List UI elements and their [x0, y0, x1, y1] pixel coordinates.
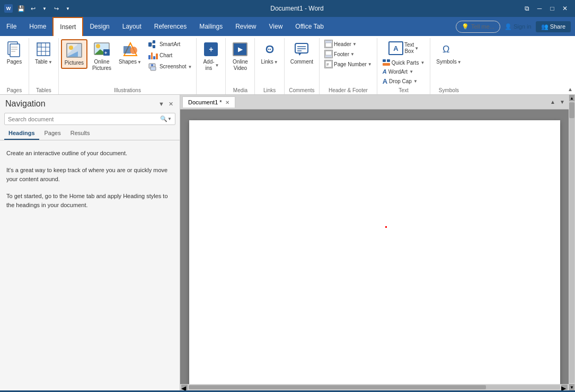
- search-icon: 🔍: [160, 115, 167, 122]
- shapes-label: Shapes: [119, 59, 137, 65]
- tab-results[interactable]: Results: [66, 127, 94, 140]
- menu-home[interactable]: Home: [23, 17, 52, 36]
- table-icon: [35, 41, 52, 58]
- menu-references[interactable]: References: [148, 17, 193, 36]
- text-group-label: Text: [381, 86, 427, 93]
- header-btn[interactable]: Header ▼: [323, 39, 374, 49]
- main-area: Navigation ▼ ✕ 🔍 ▼ Headings Pages Result…: [0, 95, 575, 390]
- screenshot-btn[interactable]: Screenshot ▼: [146, 61, 194, 72]
- dropcap-btn[interactable]: A Drop Cap ▼: [381, 76, 427, 86]
- doc-tab-close-btn[interactable]: ✕: [225, 100, 229, 105]
- title-bar-controls: ⧉ ─ □ ✕: [521, 3, 571, 14]
- menu-view[interactable]: View: [263, 17, 289, 36]
- page-number-btn[interactable]: # Page Number ▼: [323, 59, 374, 69]
- sign-in-btn[interactable]: 👤 Sign in: [505, 23, 532, 30]
- ribbon-group-addins: + Add-ins ▼: [197, 38, 226, 94]
- pages-btn[interactable]: Pages: [3, 39, 25, 67]
- customize-qa-btn[interactable]: ▼: [63, 3, 73, 14]
- menu-office-tab[interactable]: Office Tab: [289, 17, 330, 36]
- screenshot-dropdown-icon: ▼: [188, 65, 192, 69]
- symbols-group-label: Symbols: [434, 86, 464, 93]
- doc-scroll-down-btn[interactable]: ▼: [558, 98, 567, 106]
- maximize-btn[interactable]: □: [546, 3, 558, 14]
- v-scroll-thumb[interactable]: [569, 102, 574, 118]
- search-dropdown-icon: ▼: [167, 117, 172, 121]
- addins-btn[interactable]: + Add-ins ▼: [200, 39, 222, 73]
- menu-file[interactable]: File: [0, 17, 23, 36]
- undo-dropdown-btn[interactable]: ▼: [39, 3, 50, 14]
- horizontal-scrollbar[interactable]: ◀ ▶: [180, 384, 569, 390]
- search-input[interactable]: [5, 114, 157, 124]
- table-btn[interactable]: Table ▼: [32, 39, 55, 67]
- svg-rect-42: [387, 59, 390, 62]
- shapes-btn[interactable]: Shapes ▼: [116, 39, 144, 67]
- quick-parts-btn[interactable]: Quick Parts ▼: [381, 58, 427, 67]
- menu-layout[interactable]: Layout: [116, 17, 148, 36]
- doc-tab-nav: ▲ ▼: [549, 98, 569, 106]
- svg-rect-21: [153, 45, 155, 48]
- links-btn[interactable]: Links ▼: [258, 39, 280, 67]
- text-box-btn[interactable]: A TextBox ▼: [386, 39, 421, 57]
- redo-btn[interactable]: ↪: [51, 3, 61, 14]
- symbols-btn[interactable]: Ω Symbols ▼: [434, 39, 464, 67]
- doc-scroll-area[interactable]: [180, 110, 569, 384]
- svg-rect-41: [383, 59, 386, 62]
- screenshot-icon: [148, 63, 158, 71]
- ribbon-group-comments: Comment Comments: [285, 38, 320, 94]
- h-scroll-left-btn[interactable]: ◀: [181, 385, 188, 390]
- v-scroll-track[interactable]: [569, 102, 574, 383]
- tab-headings[interactable]: Headings: [4, 127, 39, 140]
- online-video-btn[interactable]: ▶ OnlineVideo: [229, 39, 251, 73]
- text-box-dropdown-icon: ▼: [414, 46, 419, 51]
- doc-tab-document1[interactable]: Document1 * ✕: [182, 96, 235, 108]
- tab-pages[interactable]: Pages: [40, 127, 65, 140]
- save-quick-btn[interactable]: 💾: [16, 3, 26, 14]
- smartart-icon: [148, 40, 158, 49]
- menu-design[interactable]: Design: [83, 17, 116, 36]
- nav-close-btn[interactable]: ✕: [167, 100, 174, 109]
- footer-btn[interactable]: Footer ▼: [323, 49, 374, 59]
- undo-btn[interactable]: ↩: [28, 3, 38, 14]
- menu-insert[interactable]: Insert: [52, 17, 83, 36]
- comment-btn[interactable]: Comment: [288, 39, 316, 67]
- h-scroll-thumb[interactable]: [189, 385, 486, 389]
- vertical-scrollbar[interactable]: ▲ ▼: [569, 95, 575, 390]
- chart-btn[interactable]: Chart: [146, 50, 194, 61]
- close-btn[interactable]: ✕: [559, 3, 571, 14]
- v-scroll-down-btn[interactable]: ▼: [569, 384, 574, 390]
- media-group-label: Media: [229, 86, 251, 93]
- pictures-btn[interactable]: Pictures: [61, 39, 87, 69]
- doc-tab-label: Document1 *: [188, 99, 222, 105]
- share-btn[interactable]: 👥 Share: [536, 21, 571, 32]
- header-footer-group-label: Header & Footer: [323, 86, 374, 93]
- ribbon-group-illustrations: Pictures + Onl: [59, 38, 197, 94]
- illustrations-stack: SmartArt Chart: [146, 39, 194, 72]
- addins-dropdown-icon: ▼: [215, 63, 219, 68]
- pages-group-label: Pages: [3, 86, 25, 93]
- links-dropdown-icon: ▼: [274, 60, 278, 65]
- shapes-dropdown-icon: ▼: [137, 60, 141, 65]
- smartart-btn[interactable]: SmartArt: [146, 39, 194, 50]
- search-btn[interactable]: 🔍 ▼: [157, 113, 175, 124]
- tell-me-box[interactable]: 💡 Tell me...: [456, 21, 500, 33]
- online-pictures-btn[interactable]: + Online Pictures: [90, 39, 114, 73]
- doc-scroll-up-btn[interactable]: ▲: [549, 98, 557, 106]
- menu-mailings[interactable]: Mailings: [193, 17, 229, 36]
- nav-dropdown-btn[interactable]: ▼: [157, 100, 165, 108]
- nav-controls: ▼ ✕: [157, 100, 174, 109]
- wordart-btn[interactable]: A WordArt ▼: [381, 67, 427, 76]
- h-scroll-right-btn[interactable]: ▶: [561, 385, 568, 390]
- v-scroll-up-btn[interactable]: ▲: [569, 95, 574, 101]
- svg-rect-20: [153, 40, 155, 43]
- comment-label: Comment: [290, 59, 313, 65]
- menu-review[interactable]: Review: [229, 17, 262, 36]
- h-scroll-track[interactable]: [189, 385, 560, 389]
- restore-window-btn[interactable]: ⧉: [521, 3, 533, 14]
- minimize-btn[interactable]: ─: [534, 3, 545, 14]
- links-label: Links: [261, 59, 273, 65]
- ribbon-collapse-btn[interactable]: ▲: [568, 86, 573, 92]
- svg-rect-28: [295, 43, 308, 53]
- ribbon-group-tables: Table ▼ Tables: [29, 38, 59, 94]
- ribbon-group-links: Links ▼ Links: [255, 38, 284, 94]
- ribbon-group-media: ▶ OnlineVideo Media: [226, 38, 255, 94]
